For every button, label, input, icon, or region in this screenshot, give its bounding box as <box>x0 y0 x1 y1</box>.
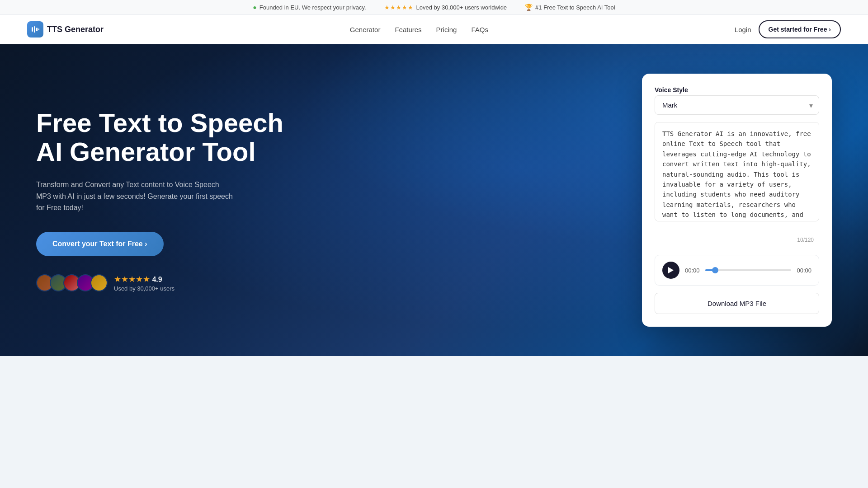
hero-section: Free Text to Speech AI Generator Tool Tr… <box>0 44 868 356</box>
logo[interactable]: TTS Generator <box>27 21 104 38</box>
time-end: 00:00 <box>797 267 811 274</box>
main-nav: Generator Features Pricing FAQs <box>350 26 488 33</box>
nav-features[interactable]: Features <box>395 26 421 33</box>
voice-style-section: Voice Style Mark Sarah James Emma ▾ <box>655 86 819 115</box>
trophy-icon: 🏆 <box>525 4 533 11</box>
hero-cta-button[interactable]: Convert your Text for Free › <box>36 232 164 256</box>
logo-text: TTS Generator <box>47 25 104 34</box>
logo-icon <box>27 21 43 38</box>
top-banner: ● Founded in EU. We respect your privacy… <box>0 0 868 15</box>
banner-stars: ★★★★★ <box>384 4 414 11</box>
avatar-stack <box>36 274 108 291</box>
hero-left: Free Text to Speech AI Generator Tool Tr… <box>36 108 283 291</box>
social-text: ★★★★★ 4.9 Used by 30,000+ users <box>114 274 175 292</box>
get-started-button[interactable]: Get started for Free › <box>759 20 841 38</box>
time-start: 00:00 <box>685 267 700 274</box>
play-button[interactable] <box>662 262 679 279</box>
audio-player: 00:00 00:00 <box>655 255 819 286</box>
header: TTS Generator Generator Features Pricing… <box>0 15 868 44</box>
eu-icon: ● <box>253 4 256 11</box>
hero-title: Free Text to Speech AI Generator Tool <box>36 108 283 166</box>
banner-users: ★★★★★ Loved by 30,000+ users worldwide <box>384 4 507 11</box>
rating-stars: ★★★★★ <box>114 275 150 284</box>
rating-number: 4.9 <box>152 276 162 283</box>
banner-rank: 🏆 #1 Free Text to Speech AI Tool <box>525 4 615 11</box>
voice-card: Voice Style Mark Sarah James Emma ▾ 10/1… <box>642 74 832 327</box>
nav-faqs[interactable]: FAQs <box>471 26 488 33</box>
rating-sub: Used by 30,000+ users <box>114 285 175 292</box>
avatar <box>90 274 108 291</box>
nav-pricing[interactable]: Pricing <box>436 26 457 33</box>
progress-thumb <box>712 267 718 273</box>
download-button[interactable]: Download MP3 File <box>655 293 819 314</box>
progress-bar[interactable] <box>705 269 792 271</box>
voice-style-label: Voice Style <box>655 86 819 94</box>
nav-generator[interactable]: Generator <box>350 26 381 33</box>
char-count: 10/120 <box>797 237 814 243</box>
text-input[interactable] <box>655 122 819 221</box>
login-button[interactable]: Login <box>735 26 751 33</box>
social-proof: ★★★★★ 4.9 Used by 30,000+ users <box>36 274 283 292</box>
voice-select[interactable]: Mark Sarah James Emma <box>655 95 819 115</box>
svg-marker-4 <box>668 267 674 273</box>
text-area-wrapper: 10/120 <box>655 122 819 248</box>
banner-eu: ● Founded in EU. We respect your privacy… <box>253 4 366 11</box>
svg-rect-1 <box>34 26 35 33</box>
svg-rect-3 <box>38 28 39 30</box>
voice-select-wrapper: Mark Sarah James Emma ▾ <box>655 95 819 115</box>
svg-rect-0 <box>32 27 33 32</box>
progress-fill <box>705 269 716 271</box>
header-actions: Login Get started for Free › <box>735 20 841 38</box>
hero-subtitle: Transform and Convert any Text content t… <box>36 179 235 214</box>
svg-rect-2 <box>36 28 38 31</box>
